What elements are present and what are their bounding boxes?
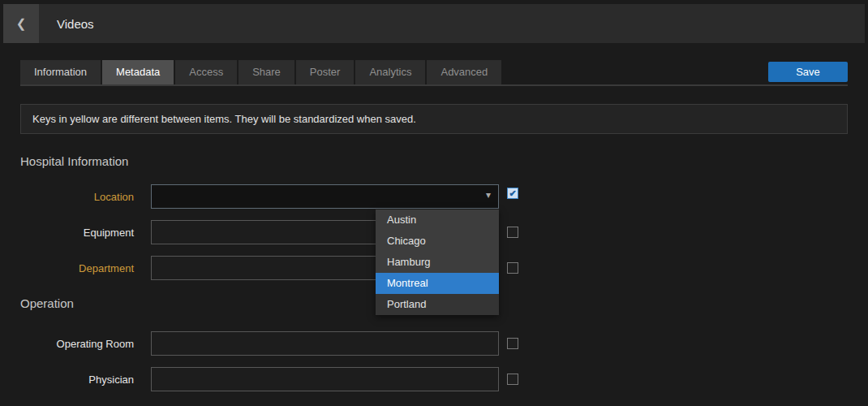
tab-metadata[interactable]: Metadata — [102, 60, 174, 84]
dropdown-option-portland[interactable]: Portland — [376, 294, 499, 315]
equipment-label: Equipment — [20, 220, 134, 239]
chevron-left-icon — [16, 16, 27, 31]
location-label: Location — [20, 184, 134, 203]
location-checkbox[interactable] — [507, 188, 518, 199]
form-row-operating-room: Operating Room — [20, 331, 848, 356]
dropdown-option-montreal[interactable]: Montreal — [376, 273, 499, 294]
operating-room-checkbox[interactable] — [507, 338, 518, 349]
department-label: Department — [20, 256, 134, 274]
form-row-location: Location Austin Chicago Hamburg Montreal… — [20, 184, 848, 209]
dropdown-option-hamburg[interactable]: Hamburg — [376, 252, 499, 273]
department-checkbox[interactable] — [507, 262, 518, 274]
physician-input[interactable] — [151, 367, 499, 391]
chevron-down-icon — [486, 189, 491, 201]
location-input-wrap: Austin Chicago Hamburg Montreal Portland — [151, 184, 499, 209]
physician-input-wrap — [151, 367, 499, 391]
tab-share[interactable]: Share — [238, 60, 294, 84]
tab-advanced[interactable]: Advanced — [427, 60, 501, 84]
notice-banner: Keys in yellow are different between ite… — [20, 104, 848, 134]
save-button[interactable]: Save — [768, 62, 848, 82]
operating-room-label: Operating Room — [20, 331, 134, 350]
tab-information[interactable]: Information — [20, 60, 101, 84]
tab-bar: Information Metadata Access Share Poster… — [20, 60, 848, 86]
physician-label: Physician — [20, 367, 134, 386]
tab-analytics[interactable]: Analytics — [355, 60, 425, 84]
back-button[interactable] — [3, 4, 39, 43]
form-row-physician: Physician — [20, 367, 848, 391]
physician-checkbox[interactable] — [507, 374, 518, 385]
page-title: Videos — [57, 17, 94, 31]
dropdown-option-austin[interactable]: Austin — [376, 209, 499, 231]
dropdown-option-chicago[interactable]: Chicago — [376, 231, 499, 252]
location-select[interactable] — [151, 184, 499, 209]
header: Videos — [3, 4, 865, 43]
operating-room-input[interactable] — [151, 331, 499, 356]
location-dropdown: Austin Chicago Hamburg Montreal Portland — [376, 209, 499, 315]
tab-poster[interactable]: Poster — [296, 60, 355, 84]
section-title-hospital-information: Hospital Information — [20, 154, 848, 168]
tab-access[interactable]: Access — [175, 60, 237, 84]
operating-room-input-wrap — [151, 331, 499, 356]
equipment-checkbox[interactable] — [507, 227, 518, 238]
metadata-form: Hospital Information Location Austin Chi… — [0, 154, 868, 391]
